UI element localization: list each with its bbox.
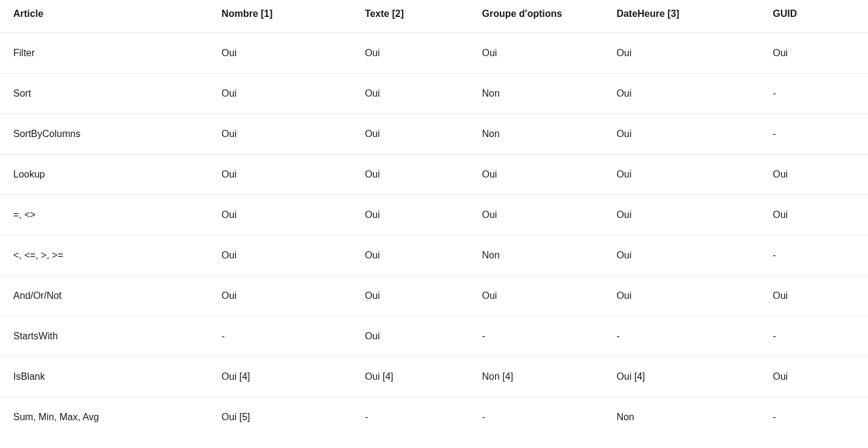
cell-dateheure: Oui [603, 114, 759, 155]
table-row: And/Or/NotOuiOuiOuiOuiOui [0, 276, 868, 316]
cell-groupe: Non [469, 235, 604, 276]
table-row: SortOuiOuiNonOui- [0, 74, 868, 114]
cell-groupe: - [469, 316, 604, 357]
cell-article: Filter [0, 33, 208, 74]
cell-texte: Oui [351, 195, 468, 235]
cell-texte: Oui [351, 74, 468, 114]
column-header-article: Article [0, 0, 208, 33]
column-header-groupe: Groupe d'options [469, 0, 604, 33]
column-header-guid: GUID [759, 0, 868, 33]
cell-texte: Oui [351, 316, 468, 357]
cell-nombre: Oui [208, 114, 351, 155]
cell-dateheure: Oui [4] [603, 357, 759, 397]
cell-dateheure: Oui [603, 74, 759, 114]
cell-article: Sum, Min, Max, Avg [0, 397, 208, 438]
table-row: IsBlankOui [4]Oui [4]Non [4]Oui [4]Oui [0, 357, 868, 397]
cell-article: Sort [0, 74, 208, 114]
cell-texte: Oui [351, 33, 468, 74]
cell-dateheure: Oui [603, 235, 759, 276]
cell-texte: Oui [351, 114, 468, 155]
table-row: =, <>OuiOuiOuiOuiOui [0, 195, 868, 235]
cell-texte: - [351, 397, 468, 438]
cell-nombre: - [208, 316, 351, 357]
cell-guid: Oui [759, 155, 868, 195]
cell-article: <, <=, >, >= [0, 235, 208, 276]
cell-groupe: Oui [469, 276, 604, 316]
compatibility-table-wrap: Article Nombre [1] Texte [2] Groupe d'op… [0, 0, 868, 437]
cell-article: And/Or/Not [0, 276, 208, 316]
cell-article: IsBlank [0, 357, 208, 397]
cell-guid: - [759, 114, 868, 155]
cell-texte: Oui [351, 276, 468, 316]
cell-nombre: Oui [5] [208, 397, 351, 438]
cell-guid: - [759, 74, 868, 114]
cell-dateheure: Non [603, 397, 759, 438]
cell-groupe: Non [4] [469, 357, 604, 397]
cell-dateheure: Oui [603, 195, 759, 235]
cell-nombre: Oui [208, 235, 351, 276]
cell-groupe: - [469, 397, 604, 438]
cell-guid: - [759, 397, 868, 438]
cell-texte: Oui [4] [351, 357, 468, 397]
cell-groupe: Oui [469, 33, 604, 74]
cell-guid: Oui [759, 357, 868, 397]
table-row: SortByColumnsOuiOuiNonOui- [0, 114, 868, 155]
cell-groupe: Oui [469, 195, 604, 235]
cell-nombre: Oui [4] [208, 357, 351, 397]
cell-guid: - [759, 235, 868, 276]
table-row: LookupOuiOuiOuiOuiOui [0, 155, 868, 195]
cell-nombre: Oui [208, 155, 351, 195]
cell-guid: Oui [759, 195, 868, 235]
cell-guid: Oui [759, 33, 868, 74]
cell-dateheure: - [603, 316, 759, 357]
cell-dateheure: Oui [603, 155, 759, 195]
cell-nombre: Oui [208, 276, 351, 316]
cell-article: =, <> [0, 195, 208, 235]
cell-guid: Oui [759, 276, 868, 316]
cell-texte: Oui [351, 155, 468, 195]
table-header-row: Article Nombre [1] Texte [2] Groupe d'op… [0, 0, 868, 33]
cell-dateheure: Oui [603, 276, 759, 316]
column-header-dateheure: DateHeure [3] [603, 0, 759, 33]
cell-nombre: Oui [208, 74, 351, 114]
table-row: FilterOuiOuiOuiOuiOui [0, 33, 868, 74]
compatibility-table: Article Nombre [1] Texte [2] Groupe d'op… [0, 0, 868, 437]
column-header-nombre: Nombre [1] [208, 0, 351, 33]
cell-nombre: Oui [208, 33, 351, 74]
table-row: <, <=, >, >=OuiOuiNonOui- [0, 235, 868, 276]
cell-groupe: Non [469, 114, 604, 155]
cell-article: SortByColumns [0, 114, 208, 155]
cell-texte: Oui [351, 235, 468, 276]
cell-groupe: Oui [469, 155, 604, 195]
table-row: StartsWith-Oui--- [0, 316, 868, 357]
cell-groupe: Non [469, 74, 604, 114]
cell-guid: - [759, 316, 868, 357]
column-header-texte: Texte [2] [351, 0, 468, 33]
cell-nombre: Oui [208, 195, 351, 235]
cell-article: Lookup [0, 155, 208, 195]
cell-dateheure: Oui [603, 33, 759, 74]
table-row: Sum, Min, Max, AvgOui [5]--Non- [0, 397, 868, 438]
cell-article: StartsWith [0, 316, 208, 357]
